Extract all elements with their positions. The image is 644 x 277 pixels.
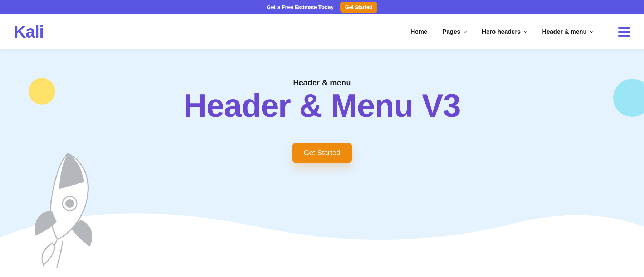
nav-links: Home Pages Hero headers Header & menu: [410, 28, 593, 35]
nav-item-label: Hero headers: [482, 28, 521, 35]
hero-title: Header & Menu V3: [0, 89, 644, 123]
hero-get-started-button[interactable]: Get Started: [292, 143, 352, 163]
brand-logo[interactable]: Kali: [14, 22, 44, 42]
nav-item-label: Pages: [443, 28, 460, 35]
hero-eyebrow: Header & menu: [0, 78, 644, 87]
nav-item-label: Home: [410, 28, 427, 35]
promo-text: Get a Free Estimate Today: [267, 4, 334, 10]
chevron-down-icon: [590, 30, 593, 34]
hamburger-bar-icon: [618, 35, 630, 37]
nav-item-hero-headers[interactable]: Hero headers: [482, 28, 527, 35]
nav-item-header-menu[interactable]: Header & menu: [542, 28, 593, 35]
hero-cta-wrap: Get Started: [0, 143, 644, 163]
navbar: Kali Home Pages Hero headers Header & me…: [0, 14, 644, 49]
chevron-down-icon: [463, 30, 467, 34]
nav-right: Home Pages Hero headers Header & menu: [410, 27, 630, 37]
nav-item-home[interactable]: Home: [410, 28, 427, 35]
brand-name: Kali: [14, 22, 44, 41]
hamburger-menu-button[interactable]: [618, 27, 630, 37]
hamburger-bar-icon: [618, 31, 630, 33]
svg-point-1: [65, 199, 74, 208]
hamburger-bar-icon: [618, 27, 630, 29]
hero-content: Header & menu Header & Menu V3 Get Start…: [0, 49, 644, 163]
nav-item-label: Header & menu: [542, 28, 587, 35]
promo-get-started-button[interactable]: Get Started: [340, 2, 377, 13]
nav-item-pages[interactable]: Pages: [443, 28, 467, 35]
chevron-down-icon: [523, 30, 527, 34]
decor-rocket-icon: [18, 146, 111, 268]
hero-section: Header & menu Header & Menu V3 Get Start…: [0, 49, 644, 277]
promo-bar: Get a Free Estimate Today Get Started: [0, 0, 644, 14]
